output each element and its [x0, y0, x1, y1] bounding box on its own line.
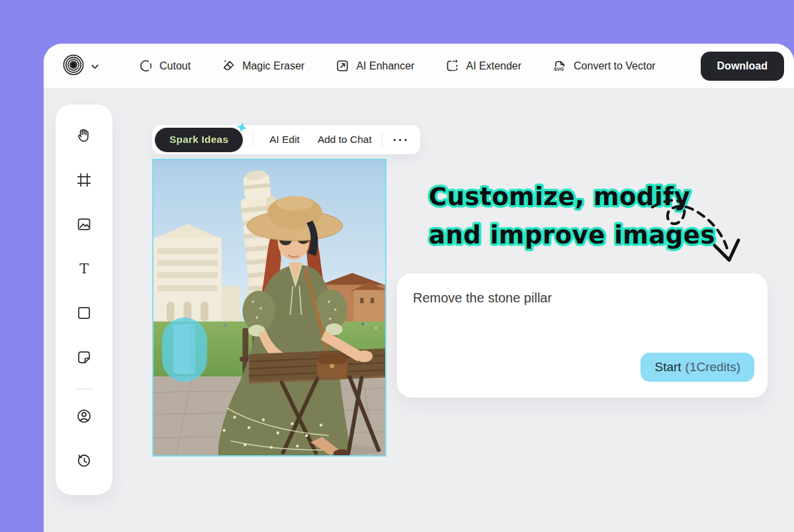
start-button-credits: (1Credits): [685, 360, 740, 375]
download-button[interactable]: Download: [701, 52, 784, 81]
photo-woman-pisa: [154, 160, 385, 455]
shape-icon: [75, 312, 93, 324]
frame-icon: [75, 179, 93, 191]
ai-extender-label: AI Extender: [466, 60, 521, 72]
sparkle-icon: [236, 122, 247, 136]
canvas-image[interactable]: [152, 159, 386, 457]
hand-icon: [75, 135, 93, 146]
tab-separator: [253, 132, 253, 147]
sticker-tool-button[interactable]: [75, 349, 93, 366]
frame-tool-button[interactable]: [75, 171, 93, 189]
spark-ideas-label: Spark Ideas: [169, 134, 228, 146]
editor-window: Cutout Magic Eraser: [44, 44, 794, 532]
text-tool-button[interactable]: T: [75, 260, 93, 277]
svg-file-icon: SVG: [552, 58, 568, 73]
history-icon: [75, 460, 93, 471]
cutout-button[interactable]: Cutout: [138, 58, 191, 73]
chevron-down-icon: [91, 60, 99, 72]
prompt-card: Remove the stone pillar Start (1Credits): [397, 273, 768, 398]
hero-line1: Customize, modify: [429, 183, 690, 211]
sticker-icon: [75, 357, 93, 368]
pan-tool-button[interactable]: [75, 127, 93, 144]
more-options-button[interactable]: ···: [393, 134, 410, 146]
tools-sidebar: T: [56, 105, 112, 495]
ai-enhancer-label: AI Enhancer: [356, 60, 414, 72]
text-icon: T: [75, 268, 93, 279]
toolbar-menu: Cutout Magic Eraser: [138, 58, 656, 73]
profile-tool-button[interactable]: [75, 408, 93, 425]
ai-extender-icon: [445, 58, 460, 73]
magic-eraser-icon: [221, 58, 236, 73]
text-tool-glyph: T: [79, 261, 89, 277]
doodle-arrow-icon: [652, 200, 738, 260]
editor-canvas: T: [44, 88, 794, 532]
image-icon: [75, 224, 93, 235]
convert-to-vector-label: Convert to Vector: [574, 60, 656, 72]
magic-eraser-button[interactable]: Magic Eraser: [221, 58, 304, 73]
hero-line2: and improve images: [429, 221, 715, 249]
app-logo-menu[interactable]: [62, 54, 99, 79]
cutout-icon: [138, 58, 154, 73]
image-action-tabbar: Spark Ideas AI Edit Add to Chat ···: [152, 125, 420, 154]
ai-enhancer-icon: [335, 58, 350, 73]
prompt-text[interactable]: Remove the stone pillar: [413, 290, 552, 306]
shape-tool-button[interactable]: [75, 304, 93, 322]
svg-icon-text: SVG: [554, 67, 564, 72]
add-to-chat-tab[interactable]: Add to Chat: [318, 134, 372, 146]
profile-icon: [75, 416, 93, 427]
convert-to-vector-button[interactable]: SVG Convert to Vector: [552, 58, 656, 73]
cutout-label: Cutout: [159, 60, 191, 72]
image-tool-button[interactable]: [75, 216, 93, 233]
ai-edit-tab[interactable]: AI Edit: [269, 134, 300, 146]
spark-ideas-tab[interactable]: Spark Ideas: [155, 128, 243, 152]
history-tool-button[interactable]: [75, 452, 93, 469]
tab-separator: [382, 132, 382, 147]
concentric-circles-logo: [62, 54, 85, 79]
ai-enhancer-button[interactable]: AI Enhancer: [335, 58, 414, 73]
sidebar-divider: [74, 388, 94, 390]
highlight-region[interactable]: [162, 318, 207, 382]
magic-eraser-label: Magic Eraser: [242, 60, 304, 72]
ai-extender-button[interactable]: AI Extender: [445, 58, 521, 73]
start-button[interactable]: Start (1Credits): [640, 353, 754, 382]
top-toolbar: Cutout Magic Eraser: [44, 44, 794, 88]
start-button-label: Start: [654, 360, 681, 375]
